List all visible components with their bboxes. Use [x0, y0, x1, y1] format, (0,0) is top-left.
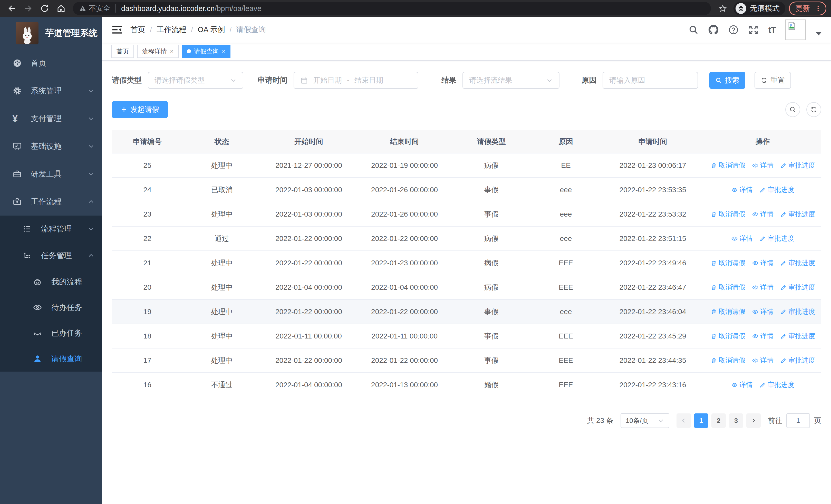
fullscreen-icon[interactable]: [748, 25, 758, 35]
sidebar-item-payment[interactable]: ¥ 支付管理: [0, 105, 102, 132]
page-size-select[interactable]: 10条/页: [621, 413, 669, 428]
tab-home[interactable]: 首页: [111, 45, 134, 58]
avatar[interactable]: [785, 20, 806, 40]
approval-progress-link[interactable]: 审批进度: [780, 307, 815, 316]
sidebar-item-devtools[interactable]: 研发工具: [0, 160, 102, 188]
approval-progress-link[interactable]: 审批进度: [760, 380, 794, 389]
apply-time-range-picker[interactable]: 开始日期 - 结束日期: [294, 72, 418, 89]
reset-button[interactable]: 重置: [754, 72, 791, 89]
reason-input[interactable]: [609, 76, 691, 84]
close-icon[interactable]: ×: [222, 48, 225, 54]
sidebar-item-my-process[interactable]: 我的流程: [0, 269, 102, 295]
address-bar[interactable]: 不安全 dashboard.yudao.iocoder.cn/bpm/oa/le…: [73, 2, 711, 15]
tab-process-detail[interactable]: 流程详情 ×: [137, 45, 179, 58]
tags-view-bar: 首页 流程详情 × 请假查询 ×: [102, 42, 831, 61]
cancel-leave-link[interactable]: 取消请假: [710, 210, 745, 219]
approval-progress-link[interactable]: 审批进度: [780, 210, 815, 219]
next-page-button[interactable]: [746, 413, 761, 428]
refresh-table-button[interactable]: [806, 102, 821, 117]
browser-forward-button[interactable]: [21, 1, 35, 16]
detail-link[interactable]: 详情: [752, 356, 774, 365]
browser-home-button[interactable]: [54, 1, 68, 16]
table-row: 22 通过 2022-01-22 00:00:00 2022-01-22 00:…: [112, 227, 821, 251]
eye-icon: [752, 333, 758, 339]
prev-page-button[interactable]: [677, 413, 691, 428]
start-date-placeholder[interactable]: 开始日期: [313, 76, 342, 85]
cancel-leave-link[interactable]: 取消请假: [710, 283, 745, 292]
cell-start-time: 2022-01-22 00:00:00: [261, 259, 356, 267]
cell-end-time: 2022-01-26 00:00:00: [357, 186, 453, 194]
user-menu-caret-icon[interactable]: [815, 32, 822, 35]
detail-link[interactable]: 详情: [752, 331, 774, 340]
sidebar-item-infrastructure[interactable]: 基础设施: [0, 132, 102, 160]
cancel-leave-link[interactable]: 取消请假: [710, 161, 745, 170]
breadcrumb-separator: /: [150, 26, 152, 34]
sidebar-item-workflow[interactable]: 工作流程: [0, 188, 102, 215]
sidebar-item-task-management[interactable]: 任务管理: [0, 242, 102, 269]
github-icon[interactable]: [708, 25, 719, 35]
approval-progress-link[interactable]: 审批进度: [780, 356, 815, 365]
breadcrumb-home[interactable]: 首页: [131, 25, 145, 35]
page-button-1[interactable]: 1: [694, 413, 708, 428]
result-select[interactable]: 请选择流结果: [462, 72, 560, 89]
trash-icon: [710, 357, 717, 364]
sidebar-item-system[interactable]: 系统管理: [0, 77, 102, 105]
cancel-leave-link[interactable]: 取消请假: [710, 356, 745, 365]
breadcrumb-oa-example[interactable]: OA 示例: [198, 25, 225, 35]
approval-progress-link[interactable]: 审批进度: [760, 234, 794, 243]
active-dot-icon: [187, 49, 191, 53]
browser-update-button[interactable]: 更新: [789, 2, 826, 16]
browser-reload-button[interactable]: [37, 1, 52, 16]
detail-link[interactable]: 详情: [752, 307, 774, 316]
detail-link[interactable]: 详情: [731, 185, 753, 194]
security-status[interactable]: 不安全: [79, 4, 110, 13]
cancel-leave-link[interactable]: 取消请假: [710, 331, 745, 340]
font-size-icon[interactable]: tT: [768, 25, 776, 35]
help-icon[interactable]: [728, 25, 739, 35]
page-button-3[interactable]: 3: [729, 413, 743, 428]
search-icon[interactable]: [688, 25, 698, 35]
cell-apply-time: 2022-01-22 23:51:15: [601, 235, 704, 243]
detail-link[interactable]: 详情: [752, 161, 774, 170]
breadcrumb-workflow[interactable]: 工作流程: [156, 25, 186, 35]
cell-status: 不通过: [183, 380, 261, 390]
show-search-toggle-button[interactable]: [785, 102, 800, 117]
sidebar-item-todo-tasks[interactable]: 待办任务: [0, 295, 102, 320]
sidebar-logo-row[interactable]: 芋道管理系统: [0, 17, 102, 49]
sidebar-item-label: 基础设施: [31, 141, 88, 152]
approval-progress-link[interactable]: 审批进度: [780, 161, 815, 170]
end-date-placeholder[interactable]: 结束日期: [354, 76, 383, 85]
leave-type-select[interactable]: 请选择请假类型: [148, 72, 243, 89]
sidebar-item-process-management[interactable]: 流程管理: [0, 215, 102, 242]
cancel-leave-link[interactable]: 取消请假: [710, 259, 745, 267]
approval-progress-link[interactable]: 审批进度: [780, 331, 815, 340]
detail-link[interactable]: 详情: [731, 380, 753, 389]
goto-page-input[interactable]: [786, 413, 810, 428]
detail-link[interactable]: 详情: [752, 283, 774, 292]
close-icon[interactable]: ×: [170, 48, 173, 54]
detail-label: 详情: [739, 185, 753, 194]
detail-link[interactable]: 详情: [752, 210, 774, 219]
cancel-leave-link[interactable]: 取消请假: [710, 307, 745, 316]
page-button-2[interactable]: 2: [711, 413, 726, 428]
cell-reason: eee: [531, 186, 601, 194]
sidebar-item-leave-query[interactable]: 请假查询: [0, 346, 102, 372]
detail-label: 详情: [760, 331, 774, 340]
approval-progress-label: 审批进度: [789, 161, 815, 170]
create-leave-button[interactable]: 发起请假: [112, 101, 168, 118]
search-button[interactable]: 搜索: [709, 72, 745, 89]
kebab-menu-icon[interactable]: [814, 5, 822, 12]
cell-end-time: 2022-01-19 00:00:00: [357, 161, 453, 170]
tab-leave-query[interactable]: 请假查询 ×: [182, 45, 230, 58]
approval-progress-link[interactable]: 审批进度: [780, 283, 815, 292]
detail-label: 详情: [760, 283, 774, 292]
detail-link[interactable]: 详情: [731, 234, 753, 243]
bookmark-star-button[interactable]: [716, 1, 730, 16]
approval-progress-link[interactable]: 审批进度: [780, 259, 815, 267]
browser-back-button[interactable]: [5, 1, 19, 16]
sidebar-item-home[interactable]: 首页: [0, 49, 102, 77]
approval-progress-link[interactable]: 审批进度: [760, 185, 794, 194]
detail-link[interactable]: 详情: [752, 259, 774, 267]
sidebar-item-done-tasks[interactable]: 已办任务: [0, 320, 102, 346]
sidebar-collapse-icon[interactable]: [111, 24, 123, 35]
